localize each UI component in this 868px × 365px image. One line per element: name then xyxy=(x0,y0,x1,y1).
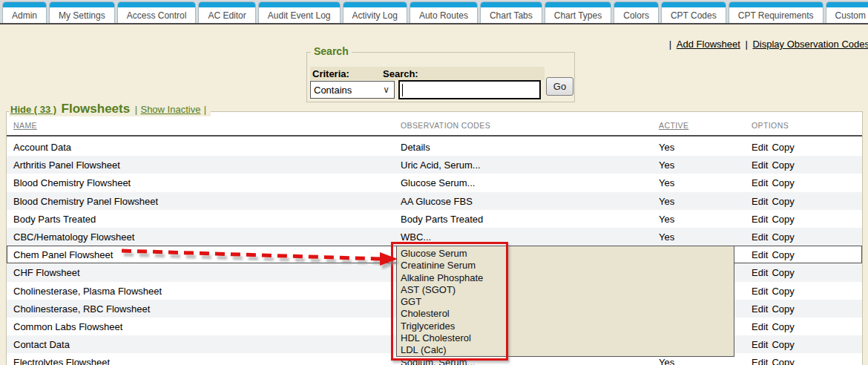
edit-link[interactable]: Edit xyxy=(752,231,768,243)
tab-audit-event-log[interactable]: Audit Event Log xyxy=(258,1,341,23)
row-options: Edit Copy xyxy=(752,285,795,296)
row-name: Electrolytes Flowsheet xyxy=(13,357,110,365)
row-options: Edit Copy xyxy=(752,160,795,171)
page-title: Flowsheets xyxy=(62,102,131,116)
tab-label: CPT Requirements xyxy=(738,10,814,21)
tab-label: Access Control xyxy=(127,10,187,21)
copy-link[interactable]: Copy xyxy=(772,231,794,243)
row-name: Blood Chemistry Panel Flowsheet xyxy=(13,195,158,206)
column-header-name[interactable]: NAME xyxy=(13,121,37,130)
tab-label: Activity Log xyxy=(352,10,398,21)
display-observation-codes-link[interactable]: Display Observation Codes xyxy=(752,39,868,50)
row-active: Yes xyxy=(659,195,674,206)
row-name: CHF Flowsheet xyxy=(13,267,80,278)
tab-label: My Settings xyxy=(59,10,105,21)
copy-link[interactable]: Copy xyxy=(772,339,794,350)
edit-link[interactable]: Edit xyxy=(752,267,768,278)
edit-link[interactable]: Edit xyxy=(752,357,768,365)
add-flowsheet-link[interactable]: Add Flowsheet xyxy=(677,39,740,50)
edit-link[interactable]: Edit xyxy=(752,213,768,224)
edit-link[interactable]: Edit xyxy=(752,303,768,314)
row-name: Contact Data xyxy=(13,339,70,350)
row-options: Edit Copy xyxy=(752,339,795,350)
edit-link[interactable]: Edit xyxy=(752,177,768,188)
row-active: Yes xyxy=(659,142,674,153)
search-legend: Search xyxy=(311,45,352,57)
row-name: Arthritis Panel Flowsheet xyxy=(13,160,120,171)
column-header-options: OPTIONS xyxy=(752,121,789,130)
tab-chart-tabs[interactable]: Chart Tabs xyxy=(480,1,542,23)
row-observation-codes: Sodium, Serum... xyxy=(401,357,475,365)
tab-cpt-requirements[interactable]: CPT Requirements xyxy=(729,1,823,23)
tab-activity-log[interactable]: Activity Log xyxy=(343,1,407,23)
separator: | xyxy=(135,104,137,115)
table-row[interactable]: CBC/Hematology Flowsheet WBC... Yes Edit… xyxy=(7,228,862,246)
table-row[interactable]: Blood Chemistry Panel Flowsheet AA Gluco… xyxy=(7,192,862,210)
tab-chart-types[interactable]: Chart Types xyxy=(545,1,611,23)
copy-link[interactable]: Copy xyxy=(772,303,794,314)
tab-label: CPT Codes xyxy=(671,10,717,21)
row-options: Edit Copy xyxy=(752,177,795,188)
edit-link[interactable]: Edit xyxy=(752,285,768,296)
criteria-select[interactable]: Contains ∨ xyxy=(310,81,395,99)
edit-link[interactable]: Edit xyxy=(752,339,768,350)
table-row[interactable]: Arthritis Panel Flowsheet Uric Acid, Ser… xyxy=(7,156,862,174)
tab-auto-routes[interactable]: Auto Routes xyxy=(410,1,478,23)
row-name: Body Parts Treated xyxy=(13,213,96,224)
copy-link[interactable]: Copy xyxy=(772,285,794,296)
search-input[interactable] xyxy=(398,80,541,99)
tooltip-item: HDL Cholesterol xyxy=(401,332,734,344)
row-name: Blood Chemistry Flowsheet xyxy=(13,177,131,188)
row-options: Edit Copy xyxy=(752,267,795,278)
row-name: Common Labs Flowsheet xyxy=(13,320,122,332)
separator: | xyxy=(204,104,206,115)
tab-label: Auto Routes xyxy=(419,10,468,21)
tab-custom-pharmacy[interactable]: Custom Pharmacy xyxy=(826,1,868,23)
table-row[interactable]: Body Parts Treated Body Parts Treated Ye… xyxy=(7,210,862,228)
tab-cpt-codes[interactable]: CPT Codes xyxy=(661,1,726,23)
tab-label: Chart Tabs xyxy=(490,10,533,21)
tooltip-item: Glucose Serum xyxy=(401,248,734,260)
chevron-down-icon: ∨ xyxy=(383,85,389,95)
toolbar-links: | Add Flowsheet | Display Observation Co… xyxy=(669,39,868,50)
copy-link[interactable]: Copy xyxy=(772,249,794,260)
table-header: NAME OBSERVATION CODES ACTIVE OPTIONS xyxy=(7,119,862,136)
copy-link[interactable]: Copy xyxy=(772,177,794,188)
copy-link[interactable]: Copy xyxy=(772,267,794,278)
copy-link[interactable]: Copy xyxy=(772,320,794,332)
go-button[interactable]: Go xyxy=(546,77,573,96)
table-row[interactable]: Account Data Details Yes Edit Copy xyxy=(7,138,862,156)
row-options: Edit Copy xyxy=(752,249,795,260)
copy-link[interactable]: Copy xyxy=(772,213,794,224)
row-observation-codes: Uric Acid, Serum... xyxy=(401,160,481,171)
tab-label: Chart Types xyxy=(554,10,602,21)
tooltip-item: Creatinine Serum xyxy=(401,260,734,272)
tab-colors[interactable]: Colors xyxy=(614,1,659,23)
row-name: Chem Panel Flowsheet xyxy=(13,249,113,260)
column-header-active[interactable]: ACTIVE xyxy=(659,121,688,130)
copy-link[interactable]: Copy xyxy=(772,142,794,153)
edit-link[interactable]: Edit xyxy=(752,249,768,260)
row-options: Edit Copy xyxy=(752,195,795,206)
show-inactive-link[interactable]: Show Inactive xyxy=(140,104,200,115)
edit-link[interactable]: Edit xyxy=(752,320,768,332)
criteria-selected-value: Contains xyxy=(314,85,352,96)
copy-link[interactable]: Copy xyxy=(772,195,794,206)
edit-link[interactable]: Edit xyxy=(752,195,768,206)
tab-admin[interactable]: Admin xyxy=(2,1,47,23)
copy-link[interactable]: Copy xyxy=(772,357,794,365)
edit-link[interactable]: Edit xyxy=(752,142,768,153)
hide-count-link[interactable]: Hide ( 33 ) xyxy=(10,104,56,115)
table-row[interactable]: Blood Chemistry Flowsheet Glucose Serum.… xyxy=(7,174,862,191)
text-caret xyxy=(402,84,403,96)
row-observation-codes: WBC... xyxy=(401,231,431,243)
tab-ac-editor[interactable]: AC Editor xyxy=(198,1,255,23)
tooltip-item: AST (SGOT) xyxy=(401,284,734,296)
row-options: Edit Copy xyxy=(752,213,795,224)
copy-link[interactable]: Copy xyxy=(772,160,794,171)
tab-my-settings[interactable]: My Settings xyxy=(49,1,115,23)
tab-access-control[interactable]: Access Control xyxy=(117,1,197,23)
row-active: Yes xyxy=(659,177,674,188)
tooltip-item: GGT xyxy=(401,296,734,308)
edit-link[interactable]: Edit xyxy=(752,160,768,171)
